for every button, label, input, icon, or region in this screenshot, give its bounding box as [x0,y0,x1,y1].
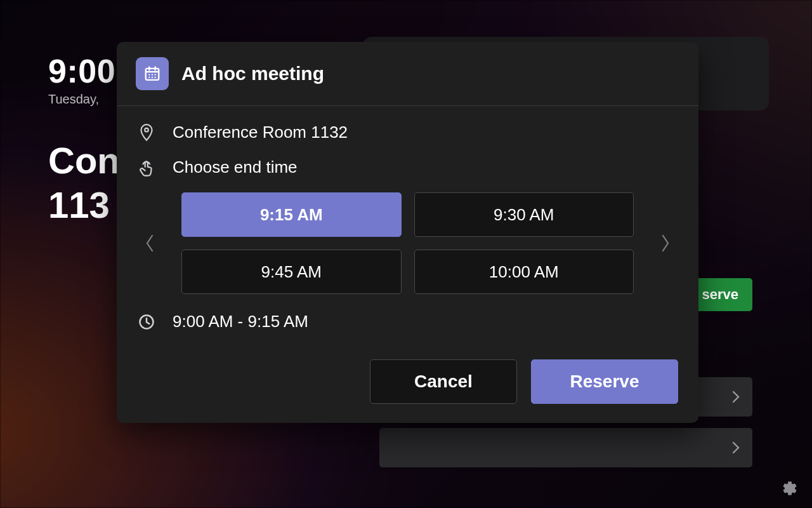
time-summary-row: 9:00 AM - 9:15 AM [137,312,678,331]
choose-end-time-label: Choose end time [173,157,298,177]
prev-times-button[interactable] [137,234,162,253]
next-times-button[interactable] [653,234,678,253]
chevron-right-icon [732,441,740,454]
choose-end-time-row: Choose end time [137,157,678,177]
room-title-line1: Con [48,140,120,181]
time-chooser: 9:15 AM 9:30 AM 9:45 AM 10:00 AM [137,192,678,294]
reserve-button[interactable]: Reserve [531,359,678,404]
gear-icon[interactable] [782,480,798,497]
svg-point-10 [145,128,148,131]
calendar-app-icon [136,57,169,90]
time-summary: 9:00 AM - 9:15 AM [173,312,308,331]
svg-point-4 [148,74,150,76]
cancel-button[interactable]: Cancel [370,359,517,404]
time-grid: 9:15 AM 9:30 AM 9:45 AM 10:00 AM [181,192,634,294]
room-row: Conference Room 1132 [137,123,678,142]
clock-icon [137,313,156,331]
svg-point-8 [152,77,153,78]
chevron-right-icon [732,391,740,403]
clock-time: 9:00 [48,52,115,90]
room-title-line2: 113 [48,184,110,225]
dialog-body: Conference Room 1132 Choose end time 9:1… [117,106,698,423]
svg-point-9 [155,77,156,78]
time-slot[interactable]: 10:00 AM [414,250,634,294]
room-title: Con 113 [48,138,120,227]
room-name: Conference Room 1132 [173,123,348,142]
svg-point-5 [152,74,153,76]
adhoc-meeting-dialog: Ad hoc meeting Conference Room 1132 Choo… [117,42,698,423]
dialog-header: Ad hoc meeting [117,42,698,106]
svg-point-6 [155,74,156,76]
time-slot[interactable]: 9:30 AM [414,192,634,237]
clock-date: Tuesday, [48,92,99,107]
location-pin-icon [137,123,156,142]
time-slot[interactable]: 9:45 AM [181,250,402,294]
upcoming-item[interactable] [379,428,752,467]
time-slot[interactable]: 9:15 AM [181,192,402,237]
tap-gesture-icon [137,158,156,177]
dialog-title: Ad hoc meeting [181,63,324,84]
svg-point-7 [148,77,150,78]
reserve-room-button-bg-label: serve [702,286,738,303]
dialog-actions: Cancel Reserve [137,359,678,404]
